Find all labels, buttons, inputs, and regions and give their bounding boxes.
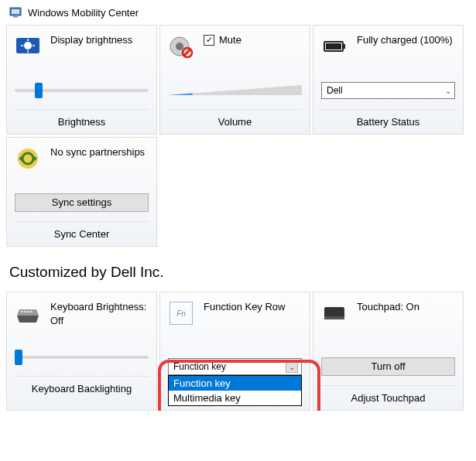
mute-label: Mute	[219, 33, 241, 47]
window-title: Windows Mobility Center	[28, 7, 139, 19]
sync-label: No sync partnerships	[50, 145, 145, 159]
brightness-footer: Brightness	[15, 109, 149, 134]
svg-rect-26	[30, 311, 33, 312]
tile-touchpad: Touchpad: On Turn off Adjust Touchpad	[313, 292, 464, 411]
touchpad-icon	[321, 300, 348, 326]
customized-heading: Customized by Dell Inc.	[0, 247, 476, 292]
touchpad-footer: Adjust Touchpad	[321, 385, 455, 410]
battery-label: Fully charged (100%)	[357, 33, 453, 47]
titlebar: Windows Mobility Center	[0, 0, 476, 25]
custom-grid: Keyboard Brightness: Off Keyboard Backli…	[0, 292, 476, 411]
tile-sync: No sync partnerships Sync settings Sync …	[6, 137, 157, 247]
power-plan-select[interactable]: Dell ⌄	[321, 82, 455, 99]
svg-rect-16	[326, 43, 341, 50]
chevron-down-icon: ⌄	[445, 87, 451, 95]
power-plan-value: Dell	[327, 85, 343, 96]
svg-point-4	[24, 42, 32, 50]
sync-icon	[15, 145, 41, 172]
dropdown-option-function-key[interactable]: Function key	[169, 376, 301, 391]
mute-checkbox[interactable]: ✓	[204, 35, 214, 46]
chevron-down-icon: ⌄	[286, 360, 298, 373]
volume-slider[interactable]	[168, 84, 302, 97]
svg-rect-17	[343, 44, 345, 49]
fn-row-select[interactable]: Function key ⌄	[168, 358, 302, 375]
tile-volume: ✓ Mute Volume	[159, 25, 310, 135]
volume-footer: Volume	[168, 109, 302, 134]
brightness-slider[interactable]	[15, 89, 149, 92]
battery-icon	[321, 33, 348, 60]
keyboard-label: Keyboard Brightness: Off	[50, 300, 149, 327]
fn-row-dropdown: Function key Multimedia key	[168, 375, 302, 406]
dropdown-option-multimedia-key[interactable]: Multimedia key	[169, 391, 301, 405]
svg-rect-28	[324, 316, 344, 319]
tile-keyboard-backlight: Keyboard Brightness: Off Keyboard Backli…	[6, 292, 157, 411]
svg-point-10	[176, 43, 183, 50]
tile-brightness: Display brightness Brightness	[6, 25, 157, 135]
svg-rect-2	[13, 16, 18, 18]
svg-marker-21	[17, 316, 39, 323]
svg-rect-1	[12, 9, 19, 14]
touchpad-turnoff-button[interactable]: Turn off	[321, 357, 455, 376]
keyboard-brightness-slider[interactable]	[15, 356, 149, 359]
mobility-grid: Display brightness Brightness ✓ Mute	[0, 25, 476, 247]
brightness-icon	[15, 33, 41, 60]
speaker-muted-icon	[168, 33, 194, 60]
fn-key-icon: Fn	[168, 300, 194, 326]
fn-row-select-value: Function key	[173, 361, 226, 372]
battery-footer: Battery Status	[321, 109, 455, 134]
keyboard-icon	[15, 300, 41, 326]
svg-rect-23	[21, 311, 23, 312]
mobility-center-icon	[9, 6, 22, 19]
keyboard-footer: Keyboard Backlighting	[15, 376, 149, 401]
sync-settings-button[interactable]: Sync settings	[15, 193, 149, 212]
svg-marker-14	[168, 94, 193, 95]
brightness-label: Display brightness	[50, 33, 132, 47]
svg-rect-24	[24, 311, 26, 312]
fn-row-label: Function Key Row	[204, 300, 286, 314]
tile-fn-row: Fn Function Key Row Function key ⌄ Funct…	[159, 292, 310, 411]
tile-battery: Fully charged (100%) Dell ⌄ Battery Stat…	[313, 25, 464, 135]
svg-rect-25	[27, 311, 29, 312]
touchpad-label: Touchpad: On	[357, 300, 419, 314]
sync-footer: Sync Center	[15, 221, 149, 246]
